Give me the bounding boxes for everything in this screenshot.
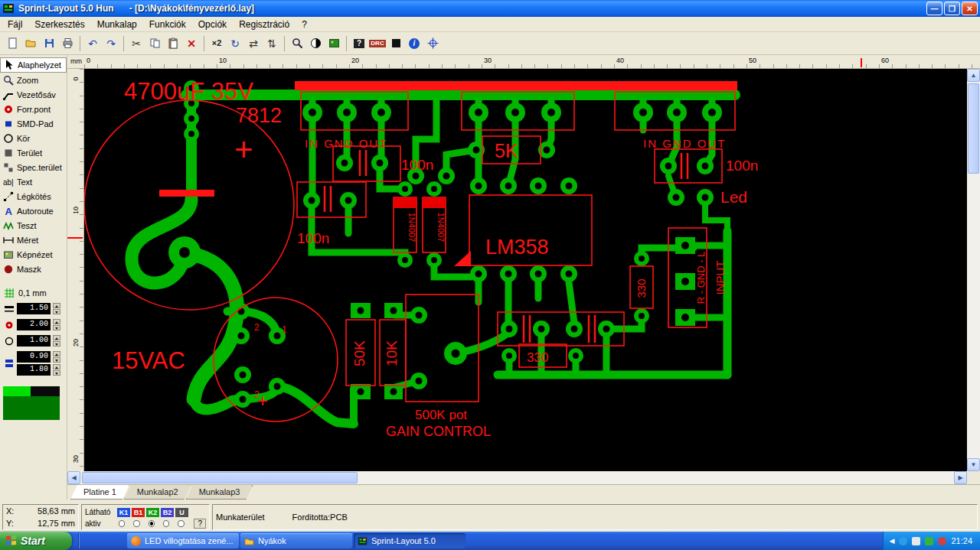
scroll-left-icon[interactable]: ◀	[67, 471, 80, 484]
mask-icon[interactable]	[387, 34, 405, 52]
layer-b1-toggle[interactable]: B1	[132, 508, 145, 517]
smd-height-value[interactable]: 1.80	[17, 364, 51, 376]
track-width-spinner[interactable]	[53, 303, 60, 314]
tray-collapse-icon[interactable]: ◀	[890, 537, 895, 545]
menu-regisztracio[interactable]: Regisztráció	[233, 18, 296, 31]
maximize-button[interactable]: ❐	[944, 2, 960, 15]
menu-fajl[interactable]: Fájl	[2, 18, 28, 31]
tab-munkalap2[interactable]: Munkalap2	[124, 485, 191, 500]
save-icon[interactable]	[40, 34, 58, 52]
tool-smdpad[interactable]: SMD-Pad	[0, 116, 67, 131]
tray-alert-icon[interactable]	[938, 537, 946, 545]
tool-text[interactable]: ab|Text	[0, 174, 67, 189]
delete-icon[interactable]: ✕	[182, 34, 201, 52]
task-nyakok-folder[interactable]: Nyákok	[240, 533, 352, 548]
scroll-down-icon[interactable]: ▼	[967, 458, 980, 471]
tool-forrpont[interactable]: Forr.pont	[0, 102, 67, 116]
pad-size-setting: 2.00	[0, 319, 67, 330]
circle-icon	[2, 132, 14, 144]
ruler-tick-label: 0	[72, 70, 80, 87]
y-value: 12,75 mm	[38, 519, 75, 528]
layer-b2-toggle[interactable]: B2	[161, 508, 174, 517]
tool-label: Terület	[17, 148, 42, 158]
contrast-icon[interactable]	[306, 34, 325, 52]
tool-kepnezet[interactable]: Képnézet	[0, 247, 67, 262]
pcb-canvas[interactable]: 4700uF 35V 7812 + IN GND OUT 100n 5K 100…	[84, 69, 967, 471]
task-sprint-layout[interactable]: Sprint-Layout 5.0	[354, 533, 466, 548]
info-icon[interactable]: i	[405, 34, 423, 52]
layer-k2-toggle[interactable]: K2	[146, 508, 159, 517]
active-layer-radio-k2[interactable]	[149, 520, 155, 527]
layer-k1-toggle[interactable]: K1	[117, 508, 130, 517]
minimize-button[interactable]: —	[926, 2, 942, 15]
drill-size-value[interactable]: 1.00	[17, 335, 51, 347]
tray-network-icon[interactable]	[899, 537, 907, 545]
horizontal-scroll-thumb[interactable]	[82, 472, 358, 483]
paste-icon[interactable]	[164, 34, 182, 52]
pad-size-spinner[interactable]	[53, 319, 60, 330]
tab-platine1[interactable]: Platine 1	[70, 485, 129, 500]
zoom-lens-icon[interactable]	[288, 34, 306, 52]
tool-autoroute[interactable]: AAutoroute	[0, 203, 67, 218]
scroll-up-icon[interactable]: ▲	[967, 69, 980, 82]
smd-height-spinner[interactable]	[53, 364, 60, 376]
layer-help-button[interactable]: ?	[194, 519, 206, 529]
task-led-video[interactable]: LED villogtatása zené...	[127, 533, 239, 548]
photo-view-icon[interactable]	[325, 34, 343, 52]
vertical-scrollbar[interactable]: ▲ ▼	[967, 69, 980, 471]
undo-icon[interactable]: ↶	[83, 34, 102, 52]
ruler-tick-label: 30	[484, 57, 492, 64]
tool-kor[interactable]: Kör	[0, 131, 67, 145]
tool-vezetosav[interactable]: Vezetősáv	[0, 87, 67, 102]
menu-munkalap[interactable]: Munkalap	[91, 18, 143, 31]
track-width-value[interactable]: 1.50	[17, 303, 51, 314]
tool-zoom[interactable]: Zoom	[0, 73, 67, 87]
menu-opciok[interactable]: Opciók	[192, 18, 233, 31]
smd-width-value[interactable]: 0.90	[17, 351, 51, 363]
redo-icon[interactable]: ↷	[102, 34, 120, 52]
translator-label: Forditotta:PCB	[292, 513, 348, 522]
close-button[interactable]: ✕	[962, 2, 978, 15]
grid-setting[interactable]: 0,1 mm	[0, 287, 67, 298]
menu-help[interactable]: ?	[296, 18, 313, 31]
vertical-scroll-thumb[interactable]	[968, 83, 979, 174]
new-file-icon[interactable]	[3, 34, 21, 52]
print-icon[interactable]	[58, 34, 77, 52]
active-layer-radio-b2[interactable]	[163, 520, 169, 527]
tool-terulet[interactable]: Terület	[0, 145, 67, 160]
active-layer-radio-k1[interactable]	[119, 520, 125, 527]
toolbar-separator	[204, 36, 204, 51]
active-layer-radio-b1[interactable]	[133, 520, 139, 527]
tool-spec-terulet[interactable]: Spec.terület	[0, 160, 67, 174]
smd-width-spinner[interactable]	[53, 351, 60, 363]
tool-alaphelyzet[interactable]: Alaphelyzet	[0, 57, 67, 73]
layer-u-toggle[interactable]: U	[175, 508, 188, 517]
snap-crosshair-icon[interactable]	[423, 34, 442, 52]
system-tray: ◀ 21:24	[883, 532, 980, 550]
zoom-x2-icon[interactable]: ×2	[207, 34, 226, 52]
pad-size-value[interactable]: 2.00	[17, 319, 51, 330]
start-button[interactable]: Start	[0, 532, 72, 550]
cut-icon[interactable]: ✂	[127, 34, 145, 52]
tool-teszt[interactable]: Teszt	[0, 218, 67, 233]
component-search-icon[interactable]: ?	[350, 34, 368, 52]
tool-meret[interactable]: Méret	[0, 233, 67, 247]
menu-funkciok[interactable]: Funkciók	[143, 18, 192, 31]
tab-munkalap3[interactable]: Munkalap3	[186, 485, 253, 500]
horizontal-scrollbar[interactable]: ◀ ▶	[67, 471, 967, 484]
mirror-horizontal-icon[interactable]: ⇄	[244, 34, 263, 52]
tray-volume-icon[interactable]	[912, 537, 920, 545]
menu-szerkesztes[interactable]: Szerkesztés	[28, 18, 90, 31]
copy-icon[interactable]	[145, 34, 164, 52]
tray-status-icon[interactable]	[925, 537, 933, 545]
scroll-right-icon[interactable]: ▶	[954, 471, 967, 484]
mirror-vertical-icon[interactable]: ⇅	[263, 34, 281, 52]
active-layer-radio-u[interactable]	[178, 520, 184, 527]
svg-text:100n: 100n	[726, 158, 758, 174]
open-folder-icon[interactable]	[21, 34, 40, 52]
drill-size-spinner[interactable]	[53, 335, 60, 347]
drc-icon[interactable]: DRC	[368, 34, 387, 52]
tool-maszk[interactable]: Maszk	[0, 262, 67, 276]
rotate-icon[interactable]: ↻	[226, 34, 244, 52]
tool-legkotes[interactable]: Légkötés	[0, 189, 67, 203]
